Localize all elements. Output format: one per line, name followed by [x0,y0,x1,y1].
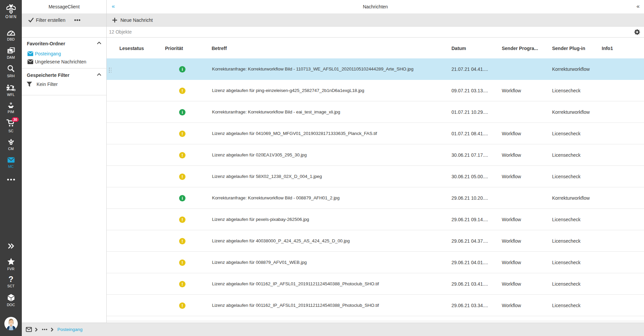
svg-text:P: P [10,102,12,104]
